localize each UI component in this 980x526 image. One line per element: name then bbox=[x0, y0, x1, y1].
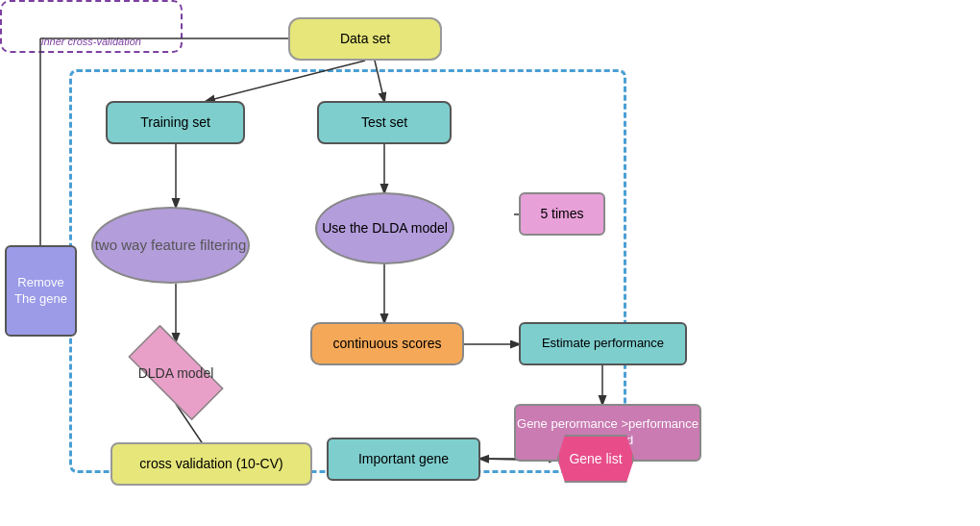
svg-line-1 bbox=[375, 61, 384, 101]
two-way-node: two way feature filtering bbox=[91, 207, 250, 284]
estimate-perf-label: Estimate performance bbox=[542, 336, 664, 352]
diagram: Data set Training set inner cross-valida… bbox=[0, 0, 980, 526]
continuous-scores-node: continuous scores bbox=[310, 322, 464, 365]
remove-gene-label: Remove The gene bbox=[7, 275, 75, 308]
dataset-node: Data set bbox=[288, 17, 442, 61]
gene-list-label: Gene list bbox=[569, 450, 622, 467]
dlda-diamond-text: DLDA model bbox=[113, 341, 238, 404]
cross-validation-node: cross validation (10-CV) bbox=[110, 442, 312, 486]
test-set-label: Test set bbox=[361, 113, 407, 131]
estimate-perf-node: Estimate performance bbox=[519, 322, 687, 365]
continuous-scores-label: continuous scores bbox=[333, 335, 442, 352]
test-set-node: Test set bbox=[317, 101, 452, 144]
dlda-diamond-label: DLDA model bbox=[138, 365, 214, 381]
inner-cv-label: inner cross-validation bbox=[41, 36, 141, 47]
training-set-node: Training set bbox=[106, 101, 245, 144]
training-set-label: Training set bbox=[140, 113, 210, 131]
inner-cv-border: inner cross-validation bbox=[0, 0, 183, 53]
important-gene-label: Important gene bbox=[358, 450, 449, 467]
dataset-label: Data set bbox=[340, 30, 390, 47]
remove-gene-node: Remove The gene bbox=[5, 245, 77, 337]
five-times-label: 5 times bbox=[540, 205, 583, 222]
dlda-diamond-node: DLDA model bbox=[113, 341, 238, 404]
important-gene-node: Important gene bbox=[327, 438, 480, 481]
cross-validation-label: cross validation (10-CV) bbox=[139, 455, 282, 472]
svg-line-0 bbox=[207, 61, 365, 101]
use-dlda-label: Use the DLDA model bbox=[322, 219, 448, 237]
gene-list-node: Gene list bbox=[557, 435, 634, 483]
five-times-node: 5 times bbox=[519, 192, 605, 236]
two-way-label: two way feature filtering bbox=[95, 236, 247, 255]
use-dlda-node: Use the DLDA model bbox=[315, 192, 454, 264]
